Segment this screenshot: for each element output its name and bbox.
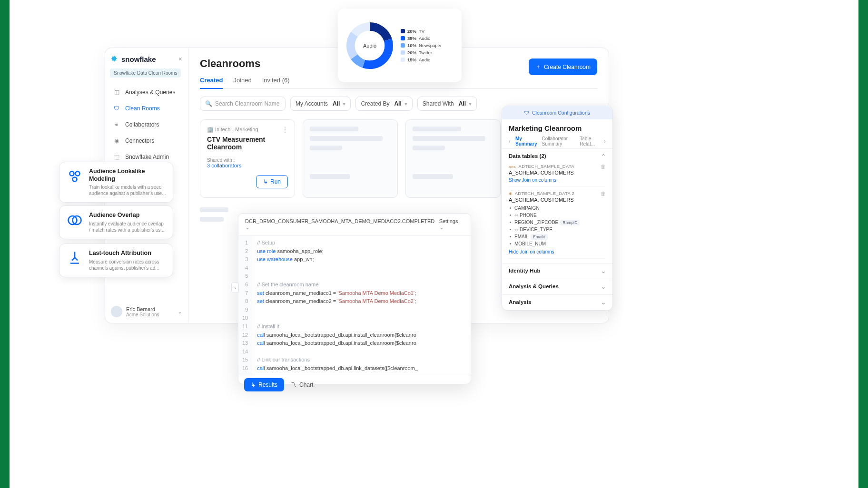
config-tab[interactable]: Collaborator Summary <box>542 136 575 146</box>
legend-item: 20% TV <box>401 29 442 34</box>
code-source[interactable]: // Setupuse role samooha_app_role;use wa… <box>252 236 423 374</box>
users-icon: ⚭ <box>113 121 120 128</box>
results-button[interactable]: ↳ Results <box>244 378 284 391</box>
chart-icon: 〽 <box>291 381 296 388</box>
toggle-join-link[interactable]: Hide Join on columns <box>509 249 554 254</box>
donut-card: Audio 20% TV35% Audio10% Newspaper20% Tw… <box>338 9 462 82</box>
feature-desc: Instantly evaluate audience overlap / ma… <box>89 221 166 233</box>
chevron-up-icon[interactable]: ⌃ <box>601 153 606 160</box>
column-item: ⇔PHONE <box>509 212 606 219</box>
sidebar-item-analyses-queries[interactable]: ◫ Analyses & Queries <box>110 84 183 100</box>
svg-point-0 <box>70 172 74 176</box>
chevron-down-icon: ⌄ <box>601 283 606 290</box>
legend-item: 35% Audio <box>401 36 442 41</box>
config-tab[interactable]: My Summary <box>515 136 537 146</box>
arrow-icon: ↳ <box>251 381 256 388</box>
legend-swatch <box>401 50 405 55</box>
shared-label: Shared with : <box>207 157 288 163</box>
run-button[interactable]: ↳ Run <box>256 175 288 188</box>
feature-icon <box>66 212 83 229</box>
trash-icon[interactable]: 🗑 <box>601 164 606 169</box>
chevron-down-icon: ⌄ <box>439 224 444 231</box>
column-item: REGION _ZIPCODERampID <box>509 219 606 226</box>
feature-icon <box>66 250 83 267</box>
avatar <box>111 306 122 317</box>
chevron-down-icon: ⌄ <box>601 299 606 306</box>
config-panel: 🛡 Cleanroom Configurations Marketing Cle… <box>502 106 613 311</box>
config-tabs: ‹ My Summary Collaborator Summary Table … <box>502 134 612 148</box>
feature-card[interactable]: Last-touch Attribution Measure conversio… <box>59 244 173 277</box>
feature-title: Last-touch Attribution <box>89 250 166 257</box>
globe-icon: ◉ <box>113 137 120 145</box>
chevron-right-icon[interactable]: › <box>604 138 606 145</box>
sidebar-item-clean-rooms[interactable]: 🛡 Clean Rooms <box>110 100 183 117</box>
feature-title: Audience Overlap <box>89 212 166 219</box>
code-filename[interactable]: DCR_DEMO_CONSUMER_SAMOOHA_MTA_DEMO_MEDIA… <box>245 218 439 231</box>
sidebar-item-collaborators[interactable]: ⚭ Collaborators <box>110 117 183 133</box>
run-icon: ↳ <box>263 178 268 185</box>
tab-joined[interactable]: Joined <box>233 77 251 88</box>
config-section[interactable]: Identity Hub⌄ <box>502 263 612 279</box>
brand: snowflake <box>110 55 183 63</box>
config-section[interactable]: Analysis & Queries⌄ <box>502 279 612 294</box>
toggle-join-link[interactable]: Show Join on columns <box>509 177 556 183</box>
filter-my-accounts[interactable]: My Accounts All ▾ <box>290 97 351 111</box>
user-block[interactable]: Eric Bernard Acme Solutions ⌄ <box>111 306 182 317</box>
tab-invited-[interactable]: Invited (6) <box>262 77 290 88</box>
more-icon[interactable]: ⋮ <box>282 127 288 136</box>
chevron-down-icon: ⌄ <box>245 224 250 231</box>
user-org: Acme Solutions <box>126 312 159 317</box>
legend-item: 15% Audio <box>401 57 442 62</box>
expand-chevron-icon[interactable]: › <box>231 283 239 293</box>
feature-desc: Train lookalike models with a seed audie… <box>89 184 166 196</box>
code-settings[interactable]: Settings ⌄ <box>439 218 464 231</box>
legend-swatch <box>401 36 405 40</box>
config-tab[interactable]: Table Relat... <box>580 136 599 146</box>
chevron-down-icon: ▾ <box>469 100 472 107</box>
column-item: CAMPAIGN <box>509 205 606 212</box>
feature-card[interactable]: Audience Lookalike Modeling Train lookal… <box>59 162 173 203</box>
badge-icon: ⬚ <box>113 153 120 161</box>
chevron-down-icon: ⌄ <box>601 268 606 274</box>
shield-icon: 🛡 <box>113 105 120 112</box>
card-title: CTV Measurement Cleanroom <box>207 136 288 151</box>
plus-icon: ＋ <box>535 63 541 71</box>
tab-created[interactable]: Created <box>200 77 223 88</box>
brand-name: snowflake <box>121 55 156 63</box>
trash-icon[interactable]: 🗑 <box>601 191 606 196</box>
config-title: Marketing Cleanroom <box>502 119 612 134</box>
shield-check-icon: 🛡 <box>524 110 530 116</box>
create-cleanroom-button[interactable]: ＋ Create Cleanroom <box>529 59 597 75</box>
sidebar-item-connectors[interactable]: ◉ Connectors <box>110 133 183 149</box>
legend-item: 10% Newspaper <box>401 43 442 48</box>
data-table-name: ✱ ADTECH_SAMPLE_DATA 2 <box>509 191 574 196</box>
collaborators-link[interactable]: 3 collaborators <box>207 163 288 168</box>
chart-icon: ◫ <box>113 88 120 96</box>
column-item: ⇔DEVICE_TYPE <box>509 226 606 233</box>
data-table-schema: A_SCHEMA. CUSTOMERS <box>509 197 574 203</box>
svg-point-2 <box>73 177 77 182</box>
data-tables-heading: Data tables (2) <box>509 153 546 160</box>
svg-point-1 <box>76 172 80 176</box>
feature-card[interactable]: Audience Overlap Instantly evaluate audi… <box>59 205 173 239</box>
legend-swatch <box>401 58 405 62</box>
product-pill: Snowflake Data Clean Rooms <box>110 68 181 78</box>
data-table-schema: A_SCHEMA. CUSTOMERS <box>509 170 574 176</box>
filter-created-by[interactable]: Created By All ▾ <box>355 97 412 111</box>
config-section[interactable]: Analysis⌄ <box>502 294 612 310</box>
close-icon[interactable]: × <box>178 55 182 63</box>
chevron-left-icon[interactable]: ‹ <box>509 138 511 145</box>
donut-chart: Audio <box>345 20 395 71</box>
filter-shared-with[interactable]: Shared With All ▾ <box>417 97 477 111</box>
donut-center: Audio <box>355 31 385 60</box>
legend-swatch <box>401 29 405 33</box>
data-table-name: aws ADTECH_SAMPLE_DATA <box>509 164 574 169</box>
chevron-down-icon: ⌄ <box>178 308 182 315</box>
feature-desc: Measure conversion rates across channels… <box>89 259 166 271</box>
card-org: 🏢 Initech - Marketing <box>207 127 258 133</box>
column-item: MOBILE_NUM <box>509 240 606 247</box>
search-input[interactable]: 🔍 Search Cleanroom Name <box>200 97 286 111</box>
code-panel: DCR_DEMO_CONSUMER_SAMOOHA_MTA_DEMO_MEDIA… <box>238 213 471 384</box>
chart-button[interactable]: 〽 Chart <box>291 381 313 388</box>
data-table: aws ADTECH_SAMPLE_DATA A_SCHEMA. CUSTOME… <box>509 160 606 187</box>
